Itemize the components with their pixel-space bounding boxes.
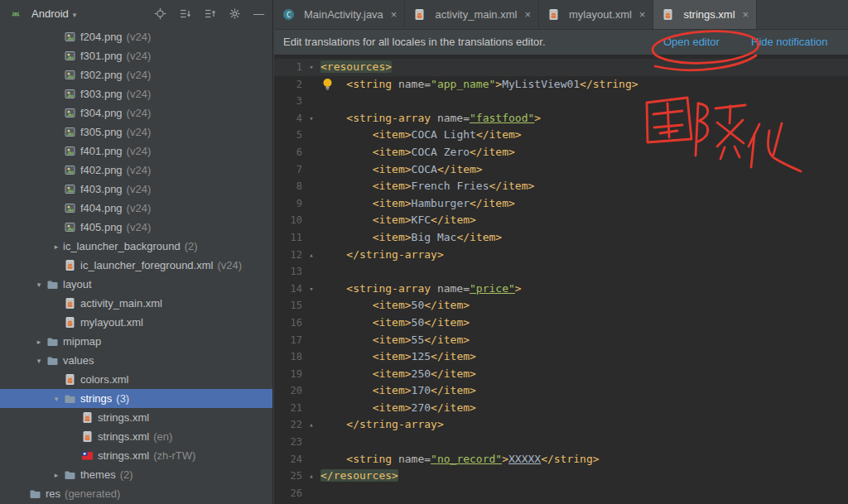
tree-item-mylayout.xml[interactable]: mylayout.xml: [0, 313, 272, 332]
tree-item-values[interactable]: ▾values: [0, 351, 272, 370]
code-line-18[interactable]: 18 <item>125</item>: [274, 348, 848, 366]
tree-item-suffix: (v24): [127, 164, 152, 176]
code-line-12[interactable]: 12▴ </string-array>: [274, 247, 848, 264]
code-line-15[interactable]: 15 <item>50</item>: [274, 297, 848, 314]
project-tree: f204.png(v24)f301.png(v24)f302.png(v24)f…: [0, 27, 272, 503]
android-file-icon: [80, 430, 94, 443]
code-text: <item>French Fries</item>: [320, 178, 534, 195]
image-file-icon: [63, 183, 77, 195]
chevron-right-icon[interactable]: ▸: [50, 242, 63, 251]
tree-item-f305.png[interactable]: f305.png(v24): [0, 122, 272, 142]
tree-item-strings.xml[interactable]: strings.xml(en): [0, 427, 272, 446]
code-text: <string-array name="price">: [320, 281, 522, 298]
code-text: <string-array name="fastfood">: [320, 110, 541, 127]
code-line-14[interactable]: 14▾ <string-array name="price">: [274, 281, 848, 298]
tree-item-mipmap[interactable]: ▸mipmap: [0, 332, 272, 351]
code-line-24[interactable]: 24 <string name="no_record">XXXXX</strin…: [274, 451, 848, 468]
chevron-down-icon[interactable]: ▾: [32, 357, 46, 365]
tree-item-res[interactable]: res(generated): [0, 484, 272, 503]
tree-item-colors.xml[interactable]: colors.xml: [0, 370, 272, 389]
image-file-icon: [63, 126, 77, 138]
tree-item-ic_launcher_background[interactable]: ▸ic_launcher_background(2): [0, 237, 272, 256]
expand-all-icon[interactable]: [179, 7, 191, 20]
tab-activity_main.xml[interactable]: activity_main.xml×: [405, 0, 539, 29]
tree-item-themes[interactable]: ▸themes(2): [0, 465, 272, 484]
editor-tabbar: CMainActivity.java×activity_main.xml×myl…: [274, 0, 848, 30]
settings-icon[interactable]: [229, 7, 241, 20]
hide-notification-link[interactable]: Hide notification: [751, 36, 828, 48]
code-line-11[interactable]: 11 <item>Big Mac</item>: [274, 229, 848, 247]
code-line-2[interactable]: 2 <string name="app_name">MyListView01</…: [274, 76, 848, 94]
tab-mylayout.xml[interactable]: mylayout.xml×: [539, 0, 653, 29]
tab-MainActivity.java[interactable]: CMainActivity.java×: [274, 0, 405, 29]
code-line-20[interactable]: 20 <item>170</item>: [274, 382, 848, 400]
line-number: 4: [274, 110, 302, 127]
tree-item-label: f405.png: [80, 221, 123, 233]
line-number: 15: [274, 297, 302, 314]
code-line-10[interactable]: 10 <item>KFC</item>: [274, 212, 848, 229]
open-editor-link[interactable]: Open editor: [663, 36, 720, 48]
locate-icon[interactable]: [154, 7, 166, 20]
code-line-25[interactable]: 25▴</resources>: [274, 468, 848, 485]
tree-item-f304.png[interactable]: f304.png(v24): [0, 103, 272, 122]
code-text: </resources>: [320, 468, 398, 485]
code-line-19[interactable]: 19 <item>250</item>: [274, 366, 848, 383]
tree-item-suffix: (v24): [127, 202, 152, 214]
chevron-down-icon[interactable]: ▾: [50, 395, 63, 403]
tree-item-strings.xml[interactable]: strings.xml(zh-rTW): [0, 446, 272, 465]
tree-item-f204.png[interactable]: f204.png(v24): [0, 27, 272, 46]
chevron-down-icon[interactable]: ▾: [73, 11, 77, 19]
code-line-22[interactable]: 22▴ </string-array>: [274, 416, 848, 434]
tree-item-f303.png[interactable]: f303.png(v24): [0, 84, 272, 103]
tree-item-label: f302.png: [80, 69, 123, 81]
project-view-selector[interactable]: Android: [31, 7, 69, 20]
android-file-icon: [63, 297, 77, 310]
minimize-icon[interactable]: —: [253, 8, 264, 19]
code-line-9[interactable]: 9 <item>Hamburger</item>: [274, 195, 848, 213]
fold-up-icon[interactable]: ▴: [302, 468, 320, 485]
android-file-icon: [661, 8, 675, 21]
tree-item-label: ic_launcher_background: [63, 240, 181, 252]
chevron-right-icon[interactable]: ▸: [32, 338, 46, 346]
chevron-right-icon[interactable]: ▸: [50, 471, 63, 479]
code-text: <item>COCA Zero</item>: [320, 144, 515, 161]
fold-down-icon[interactable]: ▾: [302, 110, 320, 127]
tree-item-strings[interactable]: ▾strings(3): [0, 389, 272, 408]
tree-item-f402.png[interactable]: f402.png(v24): [0, 161, 272, 180]
close-icon[interactable]: ×: [639, 8, 646, 21]
tree-item-f302.png[interactable]: f302.png(v24): [0, 65, 272, 84]
code-line-8[interactable]: 8 <item>French Fries</item>: [274, 178, 848, 195]
code-line-1[interactable]: 1▾<resources>: [274, 59, 848, 76]
code-line-13[interactable]: 13: [274, 263, 848, 281]
code-line-16[interactable]: 16 <item>50</item>: [274, 314, 848, 332]
tree-item-activity_main.xml[interactable]: activity_main.xml: [0, 294, 272, 313]
tree-item-suffix: (v24): [127, 88, 152, 100]
code-text: <item>125</item>: [320, 348, 476, 366]
code-line-26[interactable]: 26: [274, 485, 848, 502]
collapse-all-icon[interactable]: [204, 7, 216, 20]
code-line-17[interactable]: 17 <item>55</item>: [274, 332, 848, 349]
code-line-23[interactable]: 23: [274, 434, 848, 451]
tab-strings.xml[interactable]: strings.xml×: [653, 0, 757, 29]
close-icon[interactable]: ×: [524, 8, 531, 21]
tree-item-f301.png[interactable]: f301.png(v24): [0, 46, 272, 65]
close-icon[interactable]: ×: [743, 8, 749, 21]
fold-up-icon[interactable]: ▴: [302, 247, 320, 264]
code-text: </string-array>: [320, 416, 444, 434]
android-view-icon: [8, 7, 22, 21]
close-icon[interactable]: ×: [391, 8, 398, 21]
tree-item-suffix: (v24): [127, 221, 152, 233]
fold-down-icon[interactable]: ▾: [302, 281, 320, 298]
tree-item-f403.png[interactable]: f403.png(v24): [0, 180, 272, 199]
tree-item-layout[interactable]: ▾layout: [0, 275, 272, 294]
tree-item-f401.png[interactable]: f401.png(v24): [0, 142, 272, 161]
fold-down-icon[interactable]: ▾: [302, 59, 320, 76]
tree-item-strings.xml[interactable]: strings.xml: [0, 408, 272, 427]
line-number: 5: [274, 127, 302, 144]
tree-item-f404.png[interactable]: f404.png(v24): [0, 199, 272, 218]
chevron-down-icon[interactable]: ▾: [32, 281, 46, 289]
fold-up-icon[interactable]: ▴: [302, 416, 320, 434]
tree-item-f405.png[interactable]: f405.png(v24): [0, 218, 272, 237]
tree-item-ic_launcher_foreground.xml[interactable]: ic_launcher_foreground.xml(v24): [0, 256, 272, 275]
code-line-21[interactable]: 21 <item>270</item>: [274, 400, 848, 417]
